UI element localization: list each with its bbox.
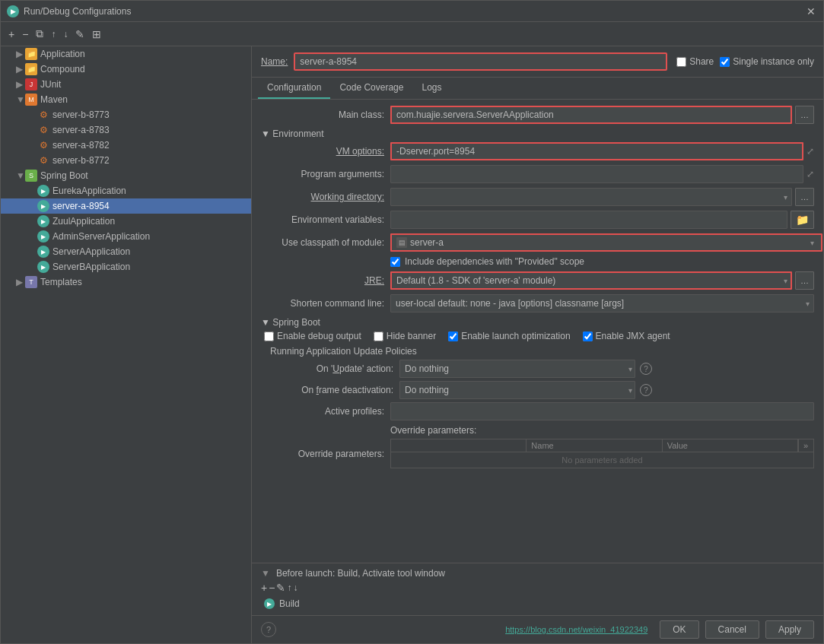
sidebar-item-maven[interactable]: ▼ M Maven bbox=[1, 92, 251, 107]
jre-input[interactable] bbox=[390, 271, 792, 290]
jre-label: JRE: bbox=[261, 275, 390, 286]
apply-button[interactable]: Apply bbox=[765, 620, 814, 639]
active-profiles-input[interactable] bbox=[390, 402, 814, 420]
help-button[interactable]: ? bbox=[261, 622, 276, 637]
maven-icon: M bbox=[25, 94, 37, 106]
on-update-select[interactable]: Do nothing bbox=[399, 360, 635, 378]
spring-boot-icon: S bbox=[25, 170, 37, 182]
sidebar-item-server-a-8954[interactable]: ▶ server-a-8954 bbox=[1, 198, 251, 214]
dialog-footer: ? https://blog.csdn.net/weixin_41922349 … bbox=[252, 615, 823, 643]
enable-debug-checkbox[interactable] bbox=[264, 332, 274, 341]
shorten-cmd-label: Shorten command line: bbox=[261, 298, 390, 309]
before-launch-edit-button[interactable]: ✎ bbox=[276, 582, 285, 594]
sidebar-item-junit[interactable]: ▶ J JUnit bbox=[1, 77, 251, 92]
move-down-button[interactable]: ↓ bbox=[60, 27, 71, 41]
enable-debug-field: Enable debug output bbox=[264, 331, 361, 341]
shorten-cmd-select[interactable]: user-local default: none - java [options… bbox=[390, 294, 814, 312]
sidebar-item-server-a-app[interactable]: ▶ ServerAApplication bbox=[1, 244, 251, 259]
on-frame-help-icon[interactable]: ? bbox=[640, 384, 652, 396]
sidebar-item-server-b-8773[interactable]: ⚙ server-b-8773 bbox=[1, 107, 251, 122]
vm-options-expand-button[interactable]: ⤢ bbox=[807, 146, 814, 157]
main-class-label: Main class: bbox=[261, 109, 390, 120]
junit-icon: J bbox=[25, 78, 37, 90]
sidebar-item-server-b-8772[interactable]: ⚙ server-b-8772 bbox=[1, 153, 251, 168]
tab-configuration[interactable]: Configuration bbox=[258, 78, 330, 99]
single-instance-checkbox[interactable] bbox=[720, 57, 730, 67]
enable-jmx-checkbox[interactable] bbox=[583, 332, 593, 341]
classpath-row: Use classpath of module: ▤ server-a ▾ bbox=[261, 233, 814, 252]
program-args-label: Program arguments: bbox=[261, 169, 390, 179]
hide-banner-checkbox[interactable] bbox=[374, 332, 383, 341]
close-button[interactable]: ✕ bbox=[805, 5, 817, 17]
main-class-row: Main class: … bbox=[261, 106, 814, 124]
hide-banner-label: Hide banner bbox=[387, 331, 436, 341]
include-deps-checkbox[interactable] bbox=[390, 257, 400, 267]
program-args-expand-button[interactable]: ⤢ bbox=[807, 169, 814, 179]
url-link[interactable]: https://blog.csdn.net/weixin_41922349 bbox=[505, 625, 647, 634]
hide-banner-field: Hide banner bbox=[374, 331, 436, 341]
copy-config-button[interactable]: ⧉ bbox=[33, 26, 46, 42]
vm-options-input[interactable] bbox=[390, 142, 803, 160]
share-row: Share bbox=[676, 56, 714, 67]
program-args-input[interactable] bbox=[390, 165, 803, 183]
jre-browse-button[interactable]: … bbox=[795, 271, 814, 290]
build-label: Build bbox=[279, 598, 300, 609]
on-update-help-icon[interactable]: ? bbox=[640, 363, 652, 375]
sidebar-item-spring-boot[interactable]: ▼ S Spring Boot bbox=[1, 168, 251, 183]
shorten-cmd-row: Shorten command line: user-local default… bbox=[261, 294, 814, 312]
title-bar: ▶ Run/Debug Configurations ✕ bbox=[1, 1, 823, 22]
sidebar-item-server-a-8782[interactable]: ⚙ server-a-8782 bbox=[1, 138, 251, 153]
classpath-select[interactable]: ▤ server-a bbox=[390, 233, 822, 252]
before-launch-up-button[interactable]: ↑ bbox=[287, 582, 291, 594]
compound-folder-icon: 📁 bbox=[25, 63, 37, 75]
maven-item-icon: ⚙ bbox=[37, 109, 49, 121]
tab-logs[interactable]: Logs bbox=[412, 78, 450, 99]
ok-button[interactable]: OK bbox=[660, 620, 698, 639]
enable-launch-checkbox[interactable] bbox=[448, 332, 458, 341]
sidebar-item-application[interactable]: ▶ 📁 Application bbox=[1, 46, 251, 62]
program-args-wrapper: ⤢ bbox=[390, 165, 814, 183]
share-checkbox[interactable] bbox=[676, 57, 686, 67]
spring-boot-section-header[interactable]: ▼ Spring Boot bbox=[261, 317, 814, 328]
working-dir-browse-button[interactable]: … bbox=[795, 188, 814, 206]
main-class-browse-button[interactable]: … bbox=[795, 106, 814, 124]
tab-code-coverage[interactable]: Code Coverage bbox=[330, 78, 412, 99]
sidebar-item-eureka[interactable]: ▶ EurekaApplication bbox=[1, 183, 251, 198]
sidebar-item-compound[interactable]: ▶ 📁 Compound bbox=[1, 62, 251, 77]
env-vars-browse-button[interactable]: 📁 bbox=[791, 211, 814, 229]
active-profiles-row: Active profiles: bbox=[261, 402, 814, 420]
sidebar-item-server-b-app[interactable]: ▶ ServerBApplication bbox=[1, 259, 251, 274]
sidebar-item-zuul[interactable]: ▶ ZuulApplication bbox=[1, 214, 251, 229]
jre-row: JRE: ▾ … bbox=[261, 271, 814, 290]
edit-config-button[interactable]: ✎ bbox=[72, 27, 87, 42]
override-check-col bbox=[391, 439, 527, 452]
cancel-button[interactable]: Cancel bbox=[705, 620, 759, 639]
env-vars-input[interactable] bbox=[390, 211, 787, 229]
env-vars-label: Environment variables: bbox=[261, 214, 390, 225]
main-class-input[interactable] bbox=[390, 106, 792, 124]
junit-label: JUnit bbox=[40, 79, 61, 90]
name-input[interactable] bbox=[295, 54, 666, 69]
on-frame-select[interactable]: Do nothing bbox=[399, 381, 635, 399]
no-params-message: No parameters added bbox=[391, 452, 813, 468]
classpath-wrapper: ▤ server-a ▾ bbox=[390, 233, 814, 252]
environment-section-header[interactable]: ▼ Environment bbox=[261, 128, 814, 139]
maven-label: Maven bbox=[40, 94, 68, 105]
sidebar-item-server-a-8783[interactable]: ⚙ server-a-8783 bbox=[1, 122, 251, 138]
before-launch-down-button[interactable]: ↓ bbox=[293, 582, 297, 594]
before-launch-remove-button[interactable]: − bbox=[269, 582, 275, 594]
working-dir-input[interactable] bbox=[390, 188, 792, 206]
add-config-button[interactable]: + bbox=[5, 27, 17, 42]
move-up-button[interactable]: ↑ bbox=[48, 27, 59, 41]
sidebar-item-admin-server[interactable]: ▶ AdminServerApplication bbox=[1, 229, 251, 244]
jre-wrapper: ▾ … bbox=[390, 271, 814, 290]
on-update-row: On 'Update' action: Do nothing ▾ ? bbox=[270, 360, 814, 378]
sidebar-item-templates[interactable]: ▶ T Templates bbox=[1, 274, 251, 290]
before-launch-add-button[interactable]: + bbox=[261, 582, 267, 594]
remove-config-button[interactable]: − bbox=[19, 27, 31, 42]
sort-config-button[interactable]: ⊞ bbox=[89, 27, 104, 42]
zuul-icon: ▶ bbox=[37, 215, 49, 227]
override-more-col: » bbox=[798, 439, 813, 452]
before-launch-header[interactable]: ▼ Before launch: Build, Activate tool wi… bbox=[261, 568, 814, 579]
running-policies: Running Application Update Policies On '… bbox=[270, 346, 814, 399]
